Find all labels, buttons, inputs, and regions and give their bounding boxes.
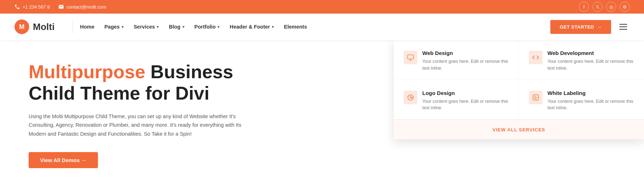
hamburger-line-2 (619, 26, 627, 27)
nav-pages[interactable]: Pages ▾ (104, 24, 124, 30)
svg-rect-2 (408, 55, 414, 59)
nav-elements[interactable]: Elements (284, 24, 307, 30)
service-icon-white-labeling (529, 91, 542, 104)
topbar-left: +1 234 567 8 contact@molti.com (14, 4, 106, 10)
facebook-icon[interactable]: f (579, 2, 589, 12)
service-desc-web-dev: Your content goes here. Edit or remove t… (547, 58, 634, 72)
nav-header-footer[interactable]: Header & Footer ▾ (230, 24, 274, 30)
service-item-web-dev[interactable]: Web Development Your content goes here. … (519, 40, 644, 80)
logo-text: Molti (33, 21, 55, 32)
logo-icon: M (14, 19, 29, 34)
nav-portfolio-label: Portfolio (195, 24, 216, 30)
service-title-white-labeling: White Labeling (547, 90, 634, 96)
hero-title-highlight: Multipurpose (29, 61, 145, 82)
web-design-icon (407, 54, 414, 61)
logo-design-icon (407, 94, 414, 101)
view-all-services-footer: VIEW ALL SERVICES (394, 120, 644, 139)
service-desc-web-design: Your content goes here. Edit or remove t… (422, 58, 508, 72)
service-text-logo-design: Logo Design Your content goes here. Edit… (422, 90, 508, 112)
service-icon-logo-design (404, 91, 417, 104)
view-all-demos-label: View All Demos → (40, 157, 87, 163)
nav-pages-label: Pages (104, 24, 120, 30)
web-dev-icon (532, 54, 539, 61)
email-icon (58, 4, 64, 10)
service-icon-web-dev (529, 51, 542, 64)
arrow-right-icon: → (597, 24, 602, 30)
service-icon-web-design (404, 51, 417, 64)
chevron-down-icon: ▾ (182, 25, 185, 29)
service-text-web-design: Web Design Your content goes here. Edit … (422, 50, 508, 72)
instagram-icon[interactable]: ◎ (606, 2, 616, 12)
view-all-demos-button[interactable]: View All Demos → (29, 152, 98, 168)
service-item-web-design[interactable]: Web Design Your content goes here. Edit … (394, 40, 519, 80)
nav-elements-label: Elements (284, 24, 307, 30)
white-labeling-icon (532, 94, 539, 101)
nav-services-label: Services (134, 24, 155, 30)
topbar-right: f 𝕏 ◎ ⚙ (579, 2, 630, 12)
email-item[interactable]: contact@molti.com (58, 4, 106, 10)
topbar: +1 234 567 8 contact@molti.com f 𝕏 ◎ ⚙ (0, 0, 644, 14)
navbar: M Molti Home Pages ▾ Services ▾ Blog ▾ P… (0, 14, 644, 40)
get-started-button[interactable]: GET STARTED → (550, 20, 611, 34)
phone-icon (14, 4, 20, 10)
service-desc-white-labeling: Your content goes here. Edit or remove t… (547, 98, 634, 112)
hamburger-line-1 (619, 24, 627, 25)
service-title-web-dev: Web Development (547, 50, 634, 56)
services-panel: Web Design Your content goes here. Edit … (394, 40, 644, 139)
hamburger-line-3 (619, 29, 627, 30)
email-address: contact@molti.com (67, 4, 106, 10)
nav-home[interactable]: Home (80, 24, 94, 30)
hero-content: Multipurpose Business Child Theme for Di… (0, 40, 279, 191)
hero-description: Using the Molti Multipurpose Child Theme… (29, 112, 250, 139)
nav-header-footer-label: Header & Footer (230, 24, 270, 30)
nav-services[interactable]: Services ▾ (134, 24, 159, 30)
service-item-logo-design[interactable]: Logo Design Your content goes here. Edit… (394, 80, 519, 120)
chevron-down-icon: ▾ (272, 25, 274, 29)
chevron-down-icon: ▾ (122, 25, 124, 29)
svg-text:M: M (19, 23, 25, 30)
chevron-down-icon: ▾ (217, 25, 220, 29)
nav-right: GET STARTED → (550, 20, 630, 34)
hero-title: Multipurpose Business Child Theme for Di… (29, 61, 265, 104)
get-started-label: GET STARTED (560, 24, 594, 30)
services-grid: Web Design Your content goes here. Edit … (394, 40, 644, 120)
service-title-web-design: Web Design (422, 50, 508, 56)
chevron-down-icon: ▾ (157, 25, 159, 29)
nav-blog[interactable]: Blog ▾ (169, 24, 184, 30)
nav-portfolio[interactable]: Portfolio ▾ (195, 24, 220, 30)
service-item-white-labeling[interactable]: White Labeling Your content goes here. E… (519, 80, 644, 120)
service-text-white-labeling: White Labeling Your content goes here. E… (547, 90, 634, 112)
nav-blog-label: Blog (169, 24, 180, 30)
twitter-icon[interactable]: 𝕏 (593, 2, 603, 12)
hamburger-menu[interactable] (617, 20, 630, 33)
phone-item[interactable]: +1 234 567 8 (14, 4, 50, 10)
phone-number: +1 234 567 8 (23, 4, 50, 10)
nav-links: Home Pages ▾ Services ▾ Blog ▾ Portfolio… (80, 24, 551, 30)
nav-divider (73, 20, 73, 33)
view-all-services-link[interactable]: VIEW ALL SERVICES (492, 127, 545, 132)
logo[interactable]: M Molti (14, 19, 55, 34)
service-desc-logo-design: Your content goes here. Edit or remove t… (422, 98, 508, 112)
hero-section: Multipurpose Business Child Theme for Di… (0, 40, 644, 191)
service-text-web-dev: Web Development Your content goes here. … (547, 50, 634, 72)
service-title-logo-design: Logo Design (422, 90, 508, 96)
nav-home-label: Home (80, 24, 94, 30)
settings-icon[interactable]: ⚙ (620, 2, 630, 12)
